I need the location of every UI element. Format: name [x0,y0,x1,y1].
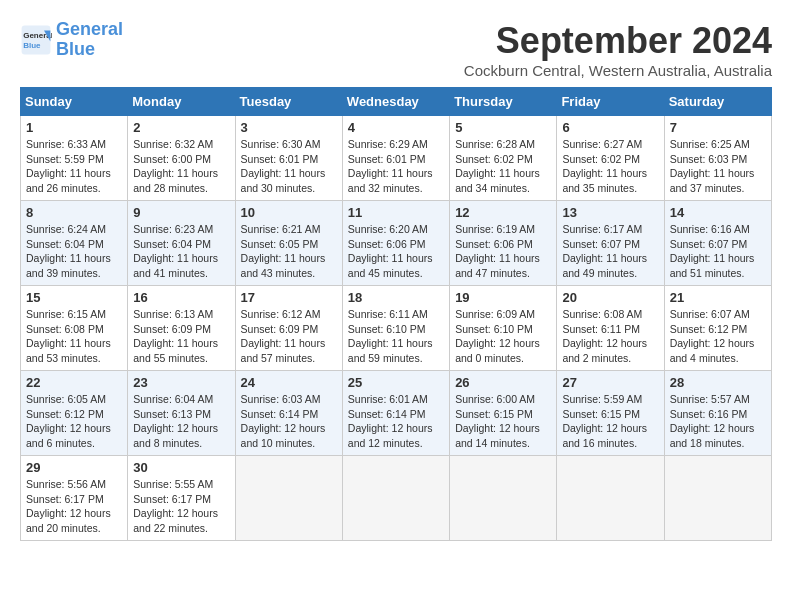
calendar-cell: 1 Sunrise: 6:33 AM Sunset: 5:59 PM Dayli… [21,116,128,201]
day-info: Sunrise: 6:04 AM Sunset: 6:13 PM Dayligh… [133,392,229,451]
logo-icon: General Blue [20,24,52,56]
weekday-header-thursday: Thursday [450,88,557,116]
calendar-cell [557,456,664,541]
day-number: 29 [26,460,122,475]
calendar-cell: 19 Sunrise: 6:09 AM Sunset: 6:10 PM Dayl… [450,286,557,371]
calendar-row-4: 22 Sunrise: 6:05 AM Sunset: 6:12 PM Dayl… [21,371,772,456]
calendar: SundayMondayTuesdayWednesdayThursdayFrid… [20,87,772,541]
calendar-cell [342,456,449,541]
calendar-cell: 30 Sunrise: 5:55 AM Sunset: 6:17 PM Dayl… [128,456,235,541]
day-info: Sunrise: 6:15 AM Sunset: 6:08 PM Dayligh… [26,307,122,366]
logo: General Blue GeneralBlue [20,20,123,60]
day-number: 5 [455,120,551,135]
weekday-header-friday: Friday [557,88,664,116]
day-info: Sunrise: 6:05 AM Sunset: 6:12 PM Dayligh… [26,392,122,451]
day-number: 28 [670,375,766,390]
calendar-cell: 18 Sunrise: 6:11 AM Sunset: 6:10 PM Dayl… [342,286,449,371]
weekday-header-wednesday: Wednesday [342,88,449,116]
calendar-row-5: 29 Sunrise: 5:56 AM Sunset: 6:17 PM Dayl… [21,456,772,541]
day-info: Sunrise: 6:21 AM Sunset: 6:05 PM Dayligh… [241,222,337,281]
day-info: Sunrise: 6:32 AM Sunset: 6:00 PM Dayligh… [133,137,229,196]
day-info: Sunrise: 6:20 AM Sunset: 6:06 PM Dayligh… [348,222,444,281]
day-number: 17 [241,290,337,305]
day-number: 20 [562,290,658,305]
weekday-header-tuesday: Tuesday [235,88,342,116]
day-info: Sunrise: 6:12 AM Sunset: 6:09 PM Dayligh… [241,307,337,366]
day-number: 25 [348,375,444,390]
day-number: 14 [670,205,766,220]
calendar-cell: 24 Sunrise: 6:03 AM Sunset: 6:14 PM Dayl… [235,371,342,456]
day-number: 19 [455,290,551,305]
day-number: 13 [562,205,658,220]
day-info: Sunrise: 6:01 AM Sunset: 6:14 PM Dayligh… [348,392,444,451]
day-info: Sunrise: 5:55 AM Sunset: 6:17 PM Dayligh… [133,477,229,536]
calendar-cell: 10 Sunrise: 6:21 AM Sunset: 6:05 PM Dayl… [235,201,342,286]
day-info: Sunrise: 6:17 AM Sunset: 6:07 PM Dayligh… [562,222,658,281]
day-number: 24 [241,375,337,390]
day-info: Sunrise: 6:28 AM Sunset: 6:02 PM Dayligh… [455,137,551,196]
day-info: Sunrise: 6:23 AM Sunset: 6:04 PM Dayligh… [133,222,229,281]
day-number: 27 [562,375,658,390]
calendar-row-3: 15 Sunrise: 6:15 AM Sunset: 6:08 PM Dayl… [21,286,772,371]
calendar-cell: 28 Sunrise: 5:57 AM Sunset: 6:16 PM Dayl… [664,371,771,456]
day-info: Sunrise: 6:08 AM Sunset: 6:11 PM Dayligh… [562,307,658,366]
calendar-row-1: 1 Sunrise: 6:33 AM Sunset: 5:59 PM Dayli… [21,116,772,201]
day-number: 8 [26,205,122,220]
day-number: 23 [133,375,229,390]
day-info: Sunrise: 6:19 AM Sunset: 6:06 PM Dayligh… [455,222,551,281]
logo-text: GeneralBlue [56,20,123,60]
day-number: 21 [670,290,766,305]
calendar-cell: 8 Sunrise: 6:24 AM Sunset: 6:04 PM Dayli… [21,201,128,286]
day-info: Sunrise: 5:57 AM Sunset: 6:16 PM Dayligh… [670,392,766,451]
calendar-cell: 13 Sunrise: 6:17 AM Sunset: 6:07 PM Dayl… [557,201,664,286]
day-number: 30 [133,460,229,475]
day-info: Sunrise: 6:16 AM Sunset: 6:07 PM Dayligh… [670,222,766,281]
calendar-cell: 20 Sunrise: 6:08 AM Sunset: 6:11 PM Dayl… [557,286,664,371]
day-number: 2 [133,120,229,135]
calendar-cell [235,456,342,541]
calendar-cell [450,456,557,541]
calendar-cell: 11 Sunrise: 6:20 AM Sunset: 6:06 PM Dayl… [342,201,449,286]
day-number: 3 [241,120,337,135]
calendar-cell: 3 Sunrise: 6:30 AM Sunset: 6:01 PM Dayli… [235,116,342,201]
weekday-header-row: SundayMondayTuesdayWednesdayThursdayFrid… [21,88,772,116]
day-number: 7 [670,120,766,135]
day-number: 1 [26,120,122,135]
day-number: 12 [455,205,551,220]
calendar-cell: 4 Sunrise: 6:29 AM Sunset: 6:01 PM Dayli… [342,116,449,201]
calendar-cell: 6 Sunrise: 6:27 AM Sunset: 6:02 PM Dayli… [557,116,664,201]
day-number: 18 [348,290,444,305]
day-info: Sunrise: 6:29 AM Sunset: 6:01 PM Dayligh… [348,137,444,196]
day-number: 15 [26,290,122,305]
calendar-cell: 2 Sunrise: 6:32 AM Sunset: 6:00 PM Dayli… [128,116,235,201]
month-year: September 2024 [464,20,772,62]
calendar-row-2: 8 Sunrise: 6:24 AM Sunset: 6:04 PM Dayli… [21,201,772,286]
day-info: Sunrise: 6:13 AM Sunset: 6:09 PM Dayligh… [133,307,229,366]
day-number: 11 [348,205,444,220]
calendar-cell: 21 Sunrise: 6:07 AM Sunset: 6:12 PM Dayl… [664,286,771,371]
title-section: September 2024 Cockburn Central, Western… [464,20,772,79]
day-info: Sunrise: 6:25 AM Sunset: 6:03 PM Dayligh… [670,137,766,196]
calendar-cell: 27 Sunrise: 5:59 AM Sunset: 6:15 PM Dayl… [557,371,664,456]
day-info: Sunrise: 6:30 AM Sunset: 6:01 PM Dayligh… [241,137,337,196]
calendar-cell: 16 Sunrise: 6:13 AM Sunset: 6:09 PM Dayl… [128,286,235,371]
calendar-cell: 26 Sunrise: 6:00 AM Sunset: 6:15 PM Dayl… [450,371,557,456]
day-number: 16 [133,290,229,305]
calendar-cell: 9 Sunrise: 6:23 AM Sunset: 6:04 PM Dayli… [128,201,235,286]
calendar-cell: 22 Sunrise: 6:05 AM Sunset: 6:12 PM Dayl… [21,371,128,456]
weekday-header-monday: Monday [128,88,235,116]
weekday-header-saturday: Saturday [664,88,771,116]
day-number: 10 [241,205,337,220]
day-info: Sunrise: 6:24 AM Sunset: 6:04 PM Dayligh… [26,222,122,281]
calendar-cell: 12 Sunrise: 6:19 AM Sunset: 6:06 PM Dayl… [450,201,557,286]
day-info: Sunrise: 6:09 AM Sunset: 6:10 PM Dayligh… [455,307,551,366]
svg-text:Blue: Blue [23,41,41,50]
day-number: 26 [455,375,551,390]
calendar-cell: 5 Sunrise: 6:28 AM Sunset: 6:02 PM Dayli… [450,116,557,201]
calendar-cell [664,456,771,541]
calendar-cell: 25 Sunrise: 6:01 AM Sunset: 6:14 PM Dayl… [342,371,449,456]
day-number: 6 [562,120,658,135]
calendar-cell: 15 Sunrise: 6:15 AM Sunset: 6:08 PM Dayl… [21,286,128,371]
calendar-cell: 29 Sunrise: 5:56 AM Sunset: 6:17 PM Dayl… [21,456,128,541]
day-info: Sunrise: 6:33 AM Sunset: 5:59 PM Dayligh… [26,137,122,196]
